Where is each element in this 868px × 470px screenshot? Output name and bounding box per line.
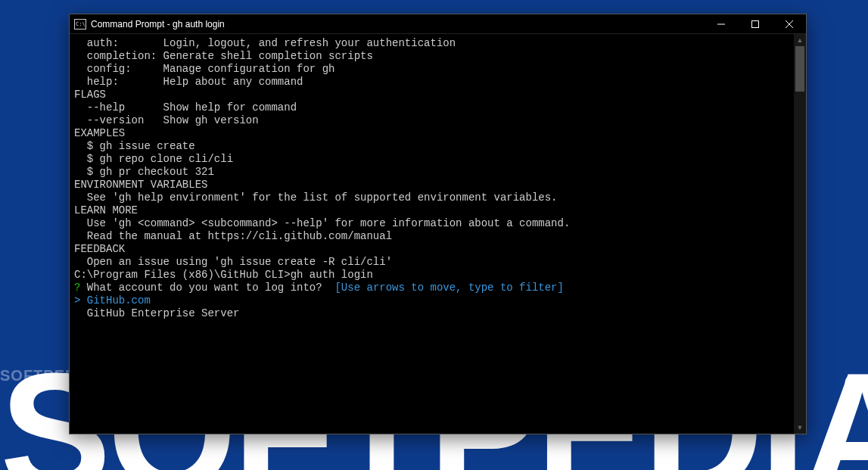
scrollbar[interactable]: ▲ ▼ (794, 34, 806, 434)
window-title: Command Prompt - gh auth login (91, 19, 225, 30)
maximize-button[interactable] (738, 14, 772, 34)
command-prompt-window: Command Prompt - gh auth login auth: Log… (69, 14, 807, 434)
scroll-up-icon[interactable]: ▲ (794, 34, 806, 46)
cmd-icon (74, 19, 86, 30)
scroll-thumb[interactable] (795, 46, 804, 92)
svg-rect-1 (751, 20, 758, 27)
watermark-right: ® (845, 371, 860, 395)
close-button[interactable] (772, 14, 806, 34)
minimize-button[interactable] (704, 14, 738, 34)
titlebar[interactable]: Command Prompt - gh auth login (70, 14, 806, 34)
scroll-down-icon[interactable]: ▼ (794, 422, 806, 434)
terminal-output[interactable]: auth: Login, logout, and refresh your au… (70, 34, 794, 434)
window-controls (704, 14, 806, 34)
terminal-area: auth: Login, logout, and refresh your au… (70, 34, 806, 434)
